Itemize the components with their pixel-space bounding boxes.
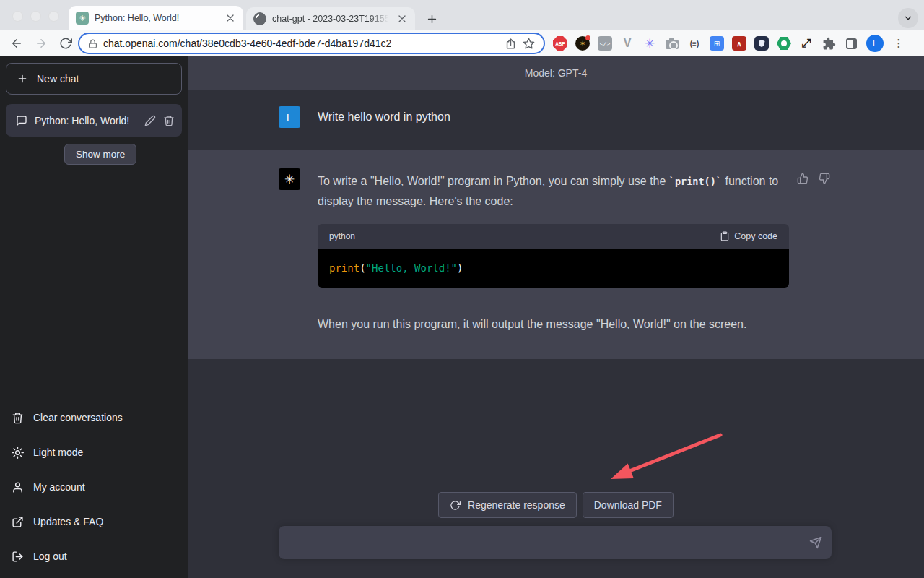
address-bar[interactable]: chat.openai.com/chat/38e0cdb3-4e60-4edf-… — [78, 33, 545, 54]
vimium-extension-icon[interactable]: V — [620, 36, 635, 51]
logout-icon — [12, 551, 24, 563]
tab-search-button[interactable] — [898, 8, 918, 28]
browser-toolbar: chat.openai.com/chat/38e0cdb3-4e60-4edf-… — [0, 30, 924, 56]
page-content: New chat Python: Hello, World! Show more… — [0, 56, 924, 578]
chat-main: Model: GPT-4 L Write hello word in pytho… — [188, 56, 924, 578]
window-zoom-button[interactable] — [48, 11, 59, 22]
sidebar-menu: Clear conversations Light mode My accoun… — [6, 400, 182, 574]
profile-avatar[interactable]: L — [866, 35, 884, 52]
back-button[interactable] — [10, 37, 23, 50]
user-avatar: L — [279, 106, 300, 128]
assistant-message-row: ✳ To write a "Hello, World!" program in … — [188, 150, 924, 359]
sidebar-item-label: Clear conversations — [33, 412, 123, 423]
sun-icon — [12, 447, 24, 459]
code-block-header: python Copy code — [318, 224, 789, 249]
model-header: Model: GPT-4 — [188, 56, 924, 90]
chatgpt-favicon-icon: ✳ — [76, 12, 89, 25]
globe-favicon-icon — [253, 12, 266, 25]
burst-extension-icon[interactable]: ✳ — [642, 36, 657, 51]
trash-icon — [12, 412, 24, 424]
lock-icon — [88, 39, 97, 48]
regenerate-response-button[interactable]: Regenerate response — [438, 492, 577, 518]
reload-button[interactable] — [59, 37, 72, 50]
model-label: Model: GPT-4 — [525, 67, 587, 79]
sidebar: New chat Python: Hello, World! Show more… — [0, 56, 188, 578]
assistant-message-body: To write a "Hello, World!" program in Py… — [318, 171, 794, 335]
adblock-extension-icon[interactable]: ABP — [553, 36, 567, 51]
sidebar-item-label: Light mode — [33, 447, 83, 458]
chat-bubble-icon — [16, 115, 27, 126]
sidebar-item-label: Updates & FAQ — [33, 516, 103, 527]
assistant-paragraph-2: When you run this program, it will outpu… — [318, 314, 794, 335]
show-more-button[interactable]: Show more — [64, 144, 136, 165]
thumbs-up-icon[interactable] — [797, 173, 808, 184]
action-buttons-row: Regenerate response Download PDF — [188, 492, 924, 518]
browser-menu-icon[interactable]: ⋮ — [892, 36, 906, 51]
forward-button[interactable] — [35, 37, 48, 50]
plus-icon — [17, 73, 28, 85]
sidebar-item-log-out[interactable]: Log out — [6, 539, 182, 574]
user-icon — [12, 481, 24, 493]
new-tab-button[interactable] — [422, 9, 441, 28]
delete-icon[interactable] — [163, 115, 175, 126]
acrobat-extension-icon[interactable]: ∧ — [732, 36, 746, 51]
feedback-buttons — [797, 173, 830, 184]
clipboard-icon — [720, 231, 730, 241]
assistant-paragraph-1: To write a "Hello, World!" program in Py… — [318, 171, 794, 212]
braces-extension-icon[interactable]: (≡) — [687, 36, 702, 51]
code-content: print("Hello, World!") — [318, 249, 789, 288]
chevron-down-icon — [903, 13, 913, 23]
fullscreen-extension-icon[interactable]: ⤢ — [799, 36, 814, 51]
tab-strip: ✳ Python: Hello, World! chat-gpt - 2023-… — [0, 0, 924, 30]
notification-dot — [585, 35, 590, 40]
tab-close-icon[interactable] — [396, 13, 408, 25]
code-block: python Copy code print("Hello, World!") — [318, 224, 789, 288]
extensions-puzzle-icon[interactable] — [821, 36, 836, 51]
tab-title: chat-gpt - 2023-03-23T19155 — [272, 14, 391, 24]
conversation-title: Python: Hello, World! — [35, 115, 137, 126]
screenshot-extension-icon[interactable] — [665, 36, 679, 51]
sidebar-item-label: Log out — [33, 551, 67, 562]
code-language-label: python — [329, 226, 355, 246]
bookmark-star-icon[interactable] — [523, 38, 535, 50]
coin-extension-icon[interactable]: ✶ — [575, 36, 590, 51]
copy-code-button[interactable]: Copy code — [720, 226, 777, 246]
code-extension-icon[interactable]: </> — [598, 36, 612, 51]
window-close-button[interactable] — [12, 11, 23, 22]
prompt-input[interactable] — [279, 526, 832, 559]
inline-code: `print()` — [669, 176, 722, 187]
sidebar-item-my-account[interactable]: My account — [6, 470, 182, 504]
sidebar-item-light-mode[interactable]: Light mode — [6, 435, 182, 470]
refresh-icon — [450, 500, 461, 511]
chatgpt-logo-icon: ✳ — [279, 168, 300, 190]
share-icon[interactable] — [505, 38, 517, 50]
external-link-icon — [12, 516, 24, 528]
side-panel-icon[interactable] — [844, 36, 858, 51]
tab-download[interactable]: chat-gpt - 2023-03-23T19155 — [246, 7, 415, 30]
shield-extension-icon[interactable] — [754, 36, 769, 51]
window-minimize-button[interactable] — [30, 11, 41, 22]
tab-title: Python: Hello, World! — [95, 13, 219, 23]
send-icon[interactable] — [809, 536, 822, 549]
extensions-bar: ABP ✶ </> V ✳ (≡) ⊞ ∧ ⤢ L ⋮ — [553, 30, 906, 56]
hexagon-extension-icon[interactable] — [777, 36, 791, 51]
new-chat-label: New chat — [37, 73, 79, 85]
conversation-item[interactable]: Python: Hello, World! — [6, 104, 182, 137]
plus-icon — [426, 13, 438, 25]
tab-chatgpt[interactable]: ✳ Python: Hello, World! — [69, 6, 243, 30]
thumbs-down-icon[interactable] — [819, 173, 830, 184]
edit-icon[interactable] — [144, 115, 156, 126]
camera-icon — [666, 40, 679, 49]
sidebar-item-label: My account — [33, 481, 85, 493]
sidebar-item-updates-faq[interactable]: Updates & FAQ — [6, 504, 182, 539]
tab-close-icon[interactable] — [225, 12, 236, 24]
download-pdf-button[interactable]: Download PDF — [583, 492, 674, 518]
user-message-text: Write hello word in python — [318, 111, 450, 124]
user-message-row: L Write hello word in python — [188, 90, 924, 150]
sidebar-item-clear-conversations[interactable]: Clear conversations — [6, 400, 182, 435]
tag-extension-icon[interactable]: ⊞ — [710, 36, 724, 51]
new-chat-button[interactable]: New chat — [6, 63, 182, 95]
url-text[interactable]: chat.openai.com/chat/38e0cdb3-4e60-4edf-… — [103, 38, 499, 49]
